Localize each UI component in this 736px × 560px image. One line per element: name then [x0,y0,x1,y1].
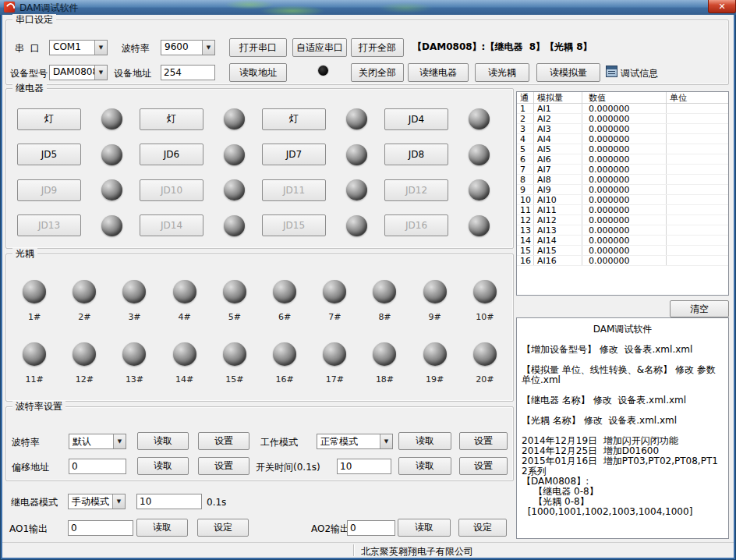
client-area: 串口设定 串 口 COM1 ▼ 波特率 9600 ▼ 打开串口 自适应串口 打开… [2,15,734,558]
relay-button[interactable]: JD9 [17,179,81,201]
switch-time-input[interactable] [337,459,391,474]
cell-channel: 9 [517,185,534,194]
baud-setting-combo[interactable]: 默认 ▼ [69,434,126,449]
window-title: DAM调试软件 [19,2,79,15]
relay-time-input[interactable] [136,494,202,509]
cell-channel: 8 [517,175,534,184]
relay-button[interactable]: JD12 [384,179,448,201]
close-all-button[interactable]: 关闭全部 [351,63,404,82]
read-address-button[interactable]: 读取地址 [229,63,287,82]
read-analog-button[interactable]: 读模拟量 [536,63,600,82]
cell-value: 0.000000 [582,215,667,225]
baud-combo[interactable]: 9600 ▼ [161,40,215,55]
opto-cell: 6# [260,270,310,332]
cell-analog-name: AI8 [534,175,582,184]
cell-unit [667,104,728,113]
offset-read-button[interactable]: 读取 [137,457,189,475]
open-port-button[interactable]: 打开串口 [229,38,287,57]
offset-address-input[interactable] [69,459,126,474]
opto-cell: 17# [310,332,359,395]
relay-button[interactable]: JD11 [262,179,326,201]
relay-mode-combo[interactable]: 手动模式 ▼ [68,494,126,509]
relay-led-indicator [224,215,245,236]
opto-cell: 20# [460,332,510,395]
relay-button[interactable]: JD13 [17,214,81,236]
open-all-button[interactable]: 打开全部 [351,38,404,57]
cell-unit [667,225,728,235]
switch-time-read-button[interactable]: 读取 [398,457,451,475]
relay-cell: JD16 [384,208,507,244]
relay-mode-label: 继电器模式 [11,497,58,508]
baud-read-button[interactable]: 读取 [137,432,189,450]
serial-group-title: 串口设定 [12,14,56,25]
model-label: 设备型号 [10,68,48,79]
opto-cell: 12# [59,332,109,395]
ao2-input[interactable] [347,520,395,536]
app-window: DAM调试软件 ✕ 串口设定 串 口 COM1 ▼ 波特率 9600 ▼ 打开串… [0,0,736,560]
work-mode-set-button[interactable]: 设置 [459,432,508,450]
debug-info-icon[interactable] [606,66,617,77]
relay-led-indicator [469,108,490,129]
read-opto-button[interactable]: 读光耦 [475,63,529,82]
ao2-apply-button[interactable]: 设定 [458,519,507,537]
model-combo[interactable]: DAM0808 ▼ [49,65,108,80]
ao2-read-button[interactable]: 读取 [398,519,451,537]
opto-led-indicator [323,342,346,366]
cell-analog-name: AI5 [534,144,582,154]
cell-unit [667,144,728,154]
relay-cell: 灯 [262,101,384,137]
relay-led-indicator [101,144,122,165]
baud-set-button[interactable]: 设置 [198,432,249,450]
opto-channel-label: 14# [175,375,193,385]
relay-button[interactable]: JD14 [140,214,203,236]
cell-analog-name: AI6 [534,154,582,164]
close-button[interactable]: ✕ [708,0,736,13]
device-address-input[interactable] [161,65,215,80]
relay-button[interactable]: JD15 [262,214,326,236]
relay-button[interactable]: JD8 [384,144,448,165]
relay-button[interactable]: JD16 [384,214,448,236]
work-mode-combo[interactable]: 正常模式 ▼ [317,434,393,449]
relay-button[interactable]: JD4 [384,108,448,130]
opto-channel-label: 17# [326,375,344,385]
comm-status-indicator [318,66,328,76]
cell-value: 0.000000 [582,144,667,154]
opto-channel-label: 5# [228,313,241,322]
relay-button[interactable]: JD10 [140,179,203,201]
auto-adapt-port-button[interactable]: 自适应串口 [292,38,347,57]
cell-channel: 1 [517,104,534,113]
relay-button[interactable]: JD7 [262,144,326,165]
col-header-analog: 模拟量 [534,92,582,103]
relay-button[interactable]: 灯 [262,108,326,130]
debug-info-label[interactable]: 调试信息 [621,68,658,79]
cell-unit [667,195,728,204]
port-combo[interactable]: COM1 ▼ [49,40,108,55]
cell-analog-name: AI7 [534,165,582,174]
relay-button[interactable]: JD6 [140,144,203,165]
clear-button[interactable]: 清空 [670,300,729,317]
ao1-apply-button[interactable]: 设定 [197,519,249,537]
relay-button[interactable]: 灯 [17,108,81,130]
ao2-label: AO2输出 [311,523,349,534]
opto-led-indicator [273,342,296,366]
opto-cell: 18# [359,332,409,395]
switch-time-set-button[interactable]: 设置 [459,457,508,475]
ao1-input[interactable] [68,520,133,536]
relay-button[interactable]: JD5 [17,144,81,165]
relay-button[interactable]: 灯 [140,108,203,130]
cell-channel: 3 [517,124,534,133]
ao1-read-button[interactable]: 读取 [136,519,188,537]
read-relay-button[interactable]: 读继电器 [408,63,469,82]
work-mode-read-button[interactable]: 读取 [398,432,451,450]
offset-set-button[interactable]: 设置 [198,457,249,475]
dropdown-icon: ▼ [380,434,392,448]
info-line: 【光耦 名称】 修改 设备表.xml.xml [522,416,724,426]
cell-unit [667,165,728,174]
cell-unit [667,154,728,164]
cell-analog-name: AI11 [534,205,582,214]
opto-cell: 9# [410,270,460,332]
cell-value: 0.000000 [582,185,667,194]
cell-unit [667,175,728,184]
dropdown-icon: ▼ [112,494,125,509]
relay-cell: JD13 [17,208,140,244]
